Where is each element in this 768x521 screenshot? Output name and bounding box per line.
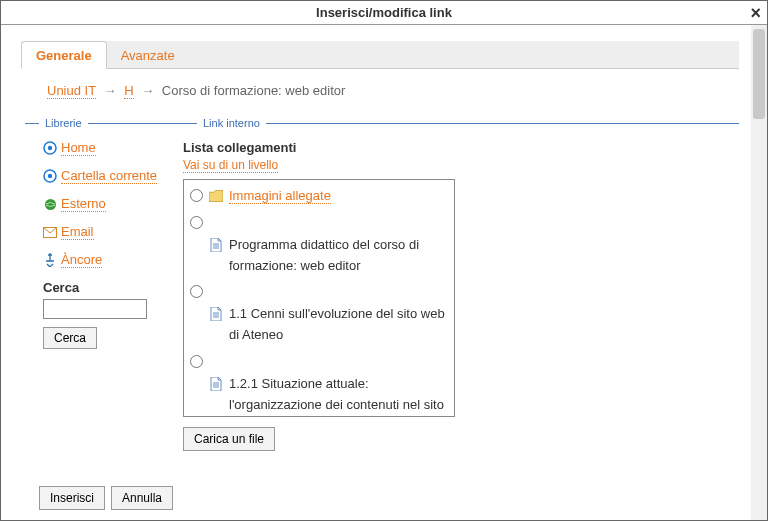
link-interno-legend: Link interno bbox=[183, 116, 739, 130]
list-item[interactable]: 1.1 Cenni sull'evoluzione del sito web d… bbox=[190, 304, 448, 346]
document-icon bbox=[209, 238, 223, 252]
email-icon bbox=[43, 225, 57, 239]
list-item-label[interactable]: 1.2.1 Situazione attuale: l'organizzazio… bbox=[229, 376, 444, 417]
libraries-legend: Librerie bbox=[25, 116, 183, 130]
tab-advanced[interactable]: Avanzate bbox=[107, 42, 189, 68]
svg-point-3 bbox=[48, 174, 52, 178]
upload-file-button[interactable]: Carica un file bbox=[183, 427, 275, 451]
document-icon bbox=[209, 377, 223, 391]
library-email[interactable]: Email bbox=[43, 224, 183, 240]
library-current-folder[interactable]: Cartella corrente bbox=[43, 168, 183, 184]
listing-title: Lista collegamenti bbox=[183, 140, 739, 155]
link-dialog: Inserisci/modifica link × Generale Avanz… bbox=[0, 0, 768, 521]
breadcrumb-root[interactable]: Uniud IT bbox=[47, 83, 96, 99]
document-icon bbox=[209, 307, 223, 321]
breadcrumb-mid[interactable]: H bbox=[124, 83, 133, 99]
search-input[interactable] bbox=[43, 299, 147, 319]
library-home-label[interactable]: Home bbox=[61, 140, 96, 156]
library-anchors-label[interactable]: Àncore bbox=[61, 252, 102, 268]
breadcrumb-sep: → bbox=[141, 83, 154, 98]
globe-icon bbox=[43, 197, 57, 211]
list-item-radio[interactable] bbox=[190, 189, 203, 202]
list-item-label[interactable]: 1.1 Cenni sull'evoluzione del sito web d… bbox=[229, 306, 445, 342]
library-current-folder-label[interactable]: Cartella corrente bbox=[61, 168, 157, 184]
breadcrumb: Uniud IT → H → Corso di formazione: web … bbox=[47, 83, 739, 98]
search-label: Cerca bbox=[43, 280, 183, 295]
tab-general[interactable]: Generale bbox=[21, 41, 107, 69]
library-anchors[interactable]: Àncore bbox=[43, 252, 183, 268]
folder-icon bbox=[209, 189, 223, 203]
list-item-radio[interactable] bbox=[190, 285, 203, 298]
link-interno-column: Link interno Lista collegamenti Vai su d… bbox=[183, 116, 739, 451]
svg-point-1 bbox=[48, 146, 52, 150]
list-item[interactable]: Immagini allegate bbox=[190, 186, 448, 207]
folder-target-icon bbox=[43, 169, 57, 183]
library-external[interactable]: Esterno bbox=[43, 196, 183, 212]
cancel-button[interactable]: Annulla bbox=[111, 486, 173, 510]
list-item[interactable] bbox=[190, 352, 448, 368]
libraries-list: Home Cartella corrente Esterno bbox=[25, 140, 183, 268]
home-icon bbox=[43, 141, 57, 155]
library-external-label[interactable]: Esterno bbox=[61, 196, 106, 212]
content-columns: Librerie Home Cartella corrente bbox=[25, 116, 739, 451]
library-home[interactable]: Home bbox=[43, 140, 183, 156]
svg-point-4 bbox=[45, 199, 56, 210]
breadcrumb-sep: → bbox=[104, 83, 117, 98]
insert-button[interactable]: Inserisci bbox=[39, 486, 105, 510]
list-item-label[interactable]: Programma didattico del corso di formazi… bbox=[229, 237, 419, 273]
list-item-radio[interactable] bbox=[190, 216, 203, 229]
libraries-column: Librerie Home Cartella corrente bbox=[25, 116, 183, 451]
search-button[interactable]: Cerca bbox=[43, 327, 97, 349]
dialog-body: Generale Avanzate Uniud IT → H → Corso d… bbox=[1, 25, 767, 520]
libraries-legend-label: Librerie bbox=[39, 117, 88, 129]
close-icon[interactable]: × bbox=[750, 1, 761, 25]
list-item[interactable] bbox=[190, 213, 448, 229]
list-item[interactable]: 1.2.1 Situazione attuale: l'organizzazio… bbox=[190, 374, 448, 417]
breadcrumb-current: Corso di formazione: web editor bbox=[162, 83, 346, 98]
list-item[interactable] bbox=[190, 282, 448, 298]
list-item-label[interactable]: Immagini allegate bbox=[229, 188, 331, 204]
tab-bar: Generale Avanzate bbox=[21, 41, 739, 69]
dialog-title: Inserisci/modifica link bbox=[316, 5, 452, 20]
dialog-footer: Inserisci Annulla bbox=[39, 486, 173, 510]
go-up-link[interactable]: Vai su di un livello bbox=[183, 158, 278, 173]
list-item[interactable]: Programma didattico del corso di formazi… bbox=[190, 235, 448, 277]
link-interno-legend-label: Link interno bbox=[197, 117, 266, 129]
dialog-titlebar: Inserisci/modifica link × bbox=[1, 1, 767, 25]
anchor-icon bbox=[43, 253, 57, 267]
link-listbox[interactable]: Immagini allegate Programma didattico de… bbox=[183, 179, 455, 417]
list-item-radio[interactable] bbox=[190, 355, 203, 368]
library-email-label[interactable]: Email bbox=[61, 224, 94, 240]
